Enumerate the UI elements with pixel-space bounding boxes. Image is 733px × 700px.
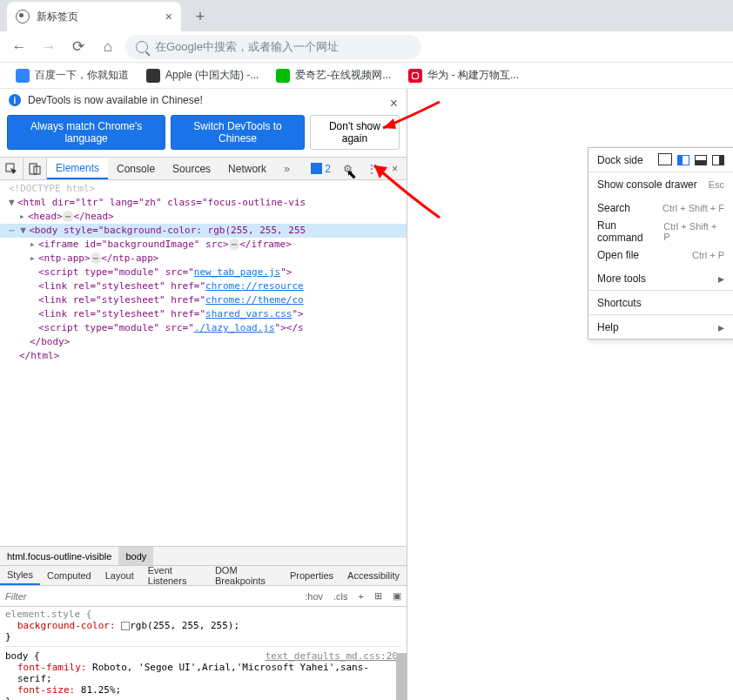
- styles-filter-row: :hov .cls + ⊞ ▣: [0, 586, 407, 607]
- devtools-menu: Dock side Show console drawerEsc SearchC…: [588, 147, 733, 340]
- search-icon: [136, 41, 148, 53]
- bookmark-huawei[interactable]: 华为 - 构建万物互...: [401, 64, 526, 86]
- more-tabs-icon[interactable]: »: [275, 158, 299, 179]
- issues-counter[interactable]: 2: [306, 158, 336, 179]
- browser-tab[interactable]: 新标签页 ×: [7, 2, 181, 31]
- tab-title: 新标签页: [37, 10, 158, 24]
- browser-toolbar: ← → ⟳ ⌂ 在Google中搜索，或者输入一个网址: [0, 31, 733, 63]
- menu-console-drawer[interactable]: Show console drawerEsc: [588, 172, 733, 196]
- iqiyi-icon: [276, 69, 290, 83]
- new-tab-button[interactable]: +: [188, 4, 212, 29]
- cls-button[interactable]: .cls: [328, 591, 353, 602]
- issues-icon: [311, 163, 322, 174]
- stab-acc[interactable]: Accessibility: [340, 566, 407, 585]
- close-tab-icon[interactable]: ×: [165, 10, 172, 24]
- forward-button[interactable]: →: [37, 35, 61, 59]
- menu-help[interactable]: Help▸: [588, 315, 733, 339]
- dock-bottom-icon[interactable]: [695, 155, 707, 165]
- computed-panel-icon[interactable]: ⊞: [369, 590, 387, 602]
- match-language-button[interactable]: Always match Chrome's language: [7, 115, 165, 150]
- stab-props[interactable]: Properties: [283, 566, 340, 585]
- close-devtools-icon[interactable]: ×: [383, 158, 407, 179]
- box-model-icon[interactable]: ▣: [387, 590, 407, 602]
- dont-show-button[interactable]: Don't show again: [310, 115, 400, 150]
- menu-more-tools[interactable]: More tools▸: [588, 266, 733, 290]
- switch-language-button[interactable]: Switch DevTools to Chinese: [171, 115, 305, 150]
- home-button[interactable]: ⌂: [96, 35, 120, 59]
- bookmark-baidu[interactable]: 百度一下，你就知道: [9, 64, 136, 86]
- stab-computed[interactable]: Computed: [40, 566, 98, 585]
- dock-left-icon[interactable]: [677, 155, 689, 165]
- reload-button[interactable]: ⟳: [66, 35, 91, 59]
- crumb-body[interactable]: body: [118, 547, 153, 565]
- menu-search[interactable]: SearchCtrl + Shift + F: [588, 196, 733, 219]
- stab-events[interactable]: Event Listeners: [141, 566, 208, 585]
- tab-network[interactable]: Network: [219, 158, 275, 179]
- stab-dom[interactable]: DOM Breakpoints: [208, 566, 283, 585]
- bookmarks-bar: 百度一下，你就知道 Apple (中国大陆) -... 爱奇艺-在线视频网...…: [0, 63, 733, 89]
- back-button[interactable]: ←: [7, 35, 31, 59]
- svg-rect-1: [30, 164, 37, 174]
- banner-buttons: Always match Chrome's language Switch De…: [0, 111, 407, 157]
- apple-icon: [146, 69, 160, 83]
- chevron-right-icon: ▸: [718, 272, 724, 286]
- kebab-menu-icon[interactable]: ⋮: [360, 158, 383, 179]
- tab-console[interactable]: Console: [108, 158, 164, 179]
- tab-favicon: [16, 10, 30, 24]
- close-banner-icon[interactable]: ×: [390, 96, 398, 111]
- stab-layout[interactable]: Layout: [98, 566, 141, 585]
- omnibox-placeholder: 在Google中搜索，或者输入一个网址: [155, 39, 339, 55]
- banner-message: DevTools is now available in Chinese!: [28, 94, 203, 106]
- elements-tree[interactable]: <!DOCTYPE html> ▼<html dir="ltr" lang="z…: [0, 180, 407, 546]
- dock-undock-icon[interactable]: [660, 155, 672, 165]
- tab-sources[interactable]: Sources: [164, 158, 219, 179]
- dom-body-selected[interactable]: ⋯ ▼<body style="background-color: rgb(25…: [0, 224, 407, 238]
- stab-styles[interactable]: Styles: [0, 566, 40, 585]
- styles-filter-input[interactable]: [0, 591, 299, 602]
- rule-source-link[interactable]: text_defaults_md.css:20: [266, 650, 398, 662]
- hov-button[interactable]: :hov: [299, 591, 328, 602]
- browser-titlebar: 新标签页 × +: [0, 0, 733, 31]
- tab-elements[interactable]: Elements: [47, 158, 108, 179]
- dock-right-icon[interactable]: [712, 155, 724, 165]
- bookmark-iqiyi[interactable]: 爱奇艺-在线视频网...: [269, 64, 398, 86]
- menu-dock-side: Dock side: [588, 148, 733, 172]
- device-toolbar-icon[interactable]: [24, 158, 47, 179]
- language-banner: i DevTools is now available in Chinese! …: [0, 89, 407, 111]
- cursor-icon: ⬉: [346, 167, 357, 181]
- crumb-html[interactable]: html.focus-outline-visible: [0, 547, 118, 565]
- menu-open-file[interactable]: Open fileCtrl + P: [588, 243, 733, 266]
- scrollbar[interactable]: [396, 653, 407, 700]
- dom-doctype: <!DOCTYPE html>: [0, 182, 407, 196]
- color-swatch[interactable]: [121, 622, 130, 630]
- menu-shortcuts[interactable]: Shortcuts: [588, 291, 733, 314]
- menu-run-command[interactable]: Run commandCtrl + Shift + P: [588, 219, 733, 243]
- bookmark-apple[interactable]: Apple (中国大陆) -...: [139, 64, 266, 86]
- breadcrumb: html.focus-outline-visible body: [0, 546, 407, 565]
- new-style-icon[interactable]: +: [353, 591, 369, 602]
- baidu-icon: [16, 69, 30, 83]
- styles-tabstrip: Styles Computed Layout Event Listeners D…: [0, 565, 407, 586]
- huawei-icon: [408, 69, 422, 83]
- devtools-tabstrip: Elements Console Sources Network » 2 ⚙ ⋮…: [0, 157, 407, 180]
- inspect-element-icon[interactable]: [0, 158, 24, 179]
- chevron-right-icon: ▸: [718, 320, 724, 334]
- info-icon: i: [9, 94, 21, 106]
- styles-rules[interactable]: element.style { background-color: rgb(25…: [0, 607, 407, 700]
- address-bar[interactable]: 在Google中搜索，或者输入一个网址: [125, 35, 421, 59]
